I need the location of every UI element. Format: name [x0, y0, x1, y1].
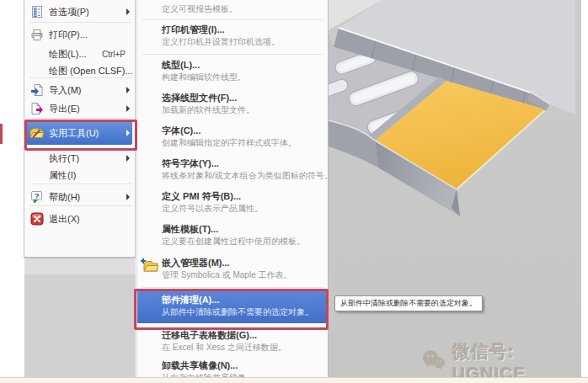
no-icon — [29, 152, 45, 165]
submenu-item-title: 选择线型文件(F)... — [162, 93, 328, 104]
submenu-item-desc: 加载新的软件线型文件。 — [162, 105, 328, 115]
menu-bottom-band — [24, 258, 136, 275]
submenu-item-visual-report-partial[interactable]: 定义可视报告模板。 — [137, 3, 328, 14]
submenu-item-fonts[interactable]: 字体(C)... 创建和编辑指定的字符样式或字体。 — [137, 125, 328, 148]
menu-item-preferences[interactable]: 首选项(P) — [26, 2, 132, 22]
submenu-arrow-icon — [126, 87, 130, 93]
submenu-item-desc: 从部件中清除或删除不需要的选定对象。 — [162, 307, 328, 317]
menu-item-properties[interactable]: 属性(I) — [26, 165, 132, 185]
wechat-icon — [421, 349, 446, 375]
submenu-arrow-icon — [126, 155, 130, 162]
submenu-item-symbol-fonts[interactable]: 符号字体(Y)... 将线条对象和/或文本组合为类似图标的符号。 — [137, 158, 328, 181]
submenu-item-desc: 定义打印机并设置打印机选项。 — [162, 37, 328, 47]
submenu-item-title: 卸载共享镜像(N)... — [162, 360, 328, 371]
utilities-submenu: 定义可视报告模板。 打印机管理(I)... 定义打印机并设置打印机选项。 线型(… — [136, 0, 329, 377]
submenu-item-desc: 定义要在创建属性过程中使用的模板。 — [162, 237, 328, 247]
menu-item-utilities[interactable]: 实用工具(U) — [26, 121, 132, 145]
menu-separator — [29, 205, 131, 206]
menu-item-label: 首选项(P) — [49, 6, 89, 19]
menu-separator — [29, 77, 131, 78]
menu-item-export[interactable]: 导出(E) — [26, 98, 132, 119]
export-icon — [29, 102, 45, 115]
help-icon: ? — [29, 190, 45, 204]
submenu-arrow-icon — [126, 105, 130, 112]
submenu-item-embed-manager[interactable]: 嵌入管理器(M)... 管理 Symbolica 或 Maple 工作表。 — [137, 258, 328, 280]
submenu-item-desc: 管理 Symbolica 或 Maple 工作表。 — [162, 270, 328, 280]
submenu-item-title: 属性模板(T)... — [162, 224, 328, 235]
preferences-icon — [29, 5, 45, 19]
bottom-edge-strip — [0, 377, 588, 383]
submenu-separator — [142, 287, 323, 288]
submenu-item-title: 线型(L)... — [162, 60, 328, 71]
menu-separator — [29, 184, 131, 184]
submenu-item-desc: 创建和编辑指定的字符样式或字体。 — [162, 138, 328, 148]
no-icon — [29, 64, 45, 77]
submenu-item-title: 定义 PMI 符号(B)... — [162, 191, 328, 202]
tooltip-text: 从部件中清除或删除不需要的选定对象。 — [340, 299, 477, 307]
submenu-separator — [142, 19, 323, 20]
menu-item-exit[interactable]: 退出(X) — [26, 209, 132, 229]
submenu-item-desc: 在 Excel 和 Xess 之间迁移数据。 — [162, 343, 328, 353]
submenu-item-select-line-font-file[interactable]: 选择线型文件(F)... 加载新的软件线型文件。 — [137, 93, 328, 115]
menu-item-label: 绘图(L)... — [49, 48, 87, 61]
app-screen: 首选项(P) 打印(P)... 绘图(L)... Ctrl+P 绘图 (Open… — [0, 0, 588, 383]
menu-item-label: 实用工具(U) — [49, 127, 99, 140]
submenu-item-title: 字体(C)... — [162, 125, 328, 136]
submenu-item-attribute-templates[interactable]: 属性模板(T)... 定义要在创建属性过程中使用的模板。 — [137, 224, 328, 247]
no-icon — [29, 47, 45, 61]
right-edge-strip — [581, 0, 588, 383]
submenu-item-part-cleanup[interactable]: 部件清理(A)... 从部件中清除或删除不需要的选定对象。 — [137, 291, 328, 323]
cad-model — [329, 0, 581, 377]
submenu-item-migrate-spreadsheet-data[interactable]: 迁移电子表格数据(G)... 在 Excel 和 Xess 之间迁移数据。 — [137, 330, 328, 353]
submenu-arrow-icon — [126, 130, 130, 136]
submenu-item-title: 迁移电子表格数据(G)... — [162, 330, 328, 341]
menu-separator — [29, 118, 131, 119]
submenu-item-desc: 定义可视报告模板。 — [162, 4, 328, 14]
import-icon — [29, 83, 45, 97]
annotation-red-sliver — [0, 124, 3, 144]
printer-icon — [29, 28, 45, 41]
submenu-item-title: 部件清理(A)... — [162, 295, 328, 306]
submenu-arrow-icon — [126, 8, 130, 15]
left-gutter — [0, 0, 24, 383]
menu-item-print[interactable]: 打印(P)... — [26, 24, 132, 45]
submenu-arrow-icon — [126, 194, 130, 200]
submenu-item-line-font[interactable]: 线型(L)... 构建和编辑软件线型。 — [137, 60, 328, 82]
embed-manager-icon — [140, 255, 160, 277]
menu-item-label: 绘图 (Open CLSF)... — [49, 65, 133, 77]
menu-item-label: 属性(I) — [49, 169, 76, 182]
menu-item-label: 退出(X) — [49, 213, 80, 226]
submenu-item-desc: 将线条对象和/或文本组合为类似图标的符号。 — [162, 171, 328, 181]
submenu-item-desc: 定义符号以表示产品属性。 — [162, 204, 328, 214]
submenu-item-title: 符号字体(Y)... — [162, 158, 328, 169]
3d-viewport[interactable] — [329, 0, 581, 377]
submenu-separator — [142, 54, 323, 55]
submenu-item-desc: 构建和编辑软件线型。 — [162, 72, 328, 82]
exit-icon — [29, 212, 45, 226]
svg-text:?: ? — [35, 192, 40, 200]
utilities-icon — [29, 126, 45, 140]
menu-item-label: 帮助(H) — [49, 191, 80, 204]
menu-item-label: 导出(E) — [49, 103, 80, 115]
submenu-item-title: 打印机管理(I)... — [162, 24, 328, 35]
menu-item-import[interactable]: 导入(M) — [26, 80, 132, 100]
submenu-item-define-pmi-symbol[interactable]: 定义 PMI 符号(B)... 定义符号以表示产品属性。 — [137, 191, 328, 214]
menu-item-label: 导入(M) — [49, 84, 82, 97]
menu-item-help[interactable]: ? 帮助(H) — [26, 187, 132, 207]
background-panel — [24, 274, 136, 377]
submenu-item-title: 嵌入管理器(M)... — [162, 258, 328, 269]
tooltip: 从部件中清除或删除不需要的选定对象。 — [334, 295, 483, 311]
file-menu: 首选项(P) 打印(P)... 绘图(L)... Ctrl+P 绘图 (Open… — [24, 0, 136, 258]
no-icon — [29, 168, 45, 182]
menu-shortcut: Ctrl+P — [102, 50, 126, 59]
menu-item-label: 打印(P)... — [49, 29, 88, 41]
menu-separator — [29, 22, 131, 23]
menu-item-label: 执行(T) — [49, 152, 79, 165]
submenu-item-printer-manager[interactable]: 打印机管理(I)... 定义打印机并设置打印机选项。 — [137, 24, 328, 47]
